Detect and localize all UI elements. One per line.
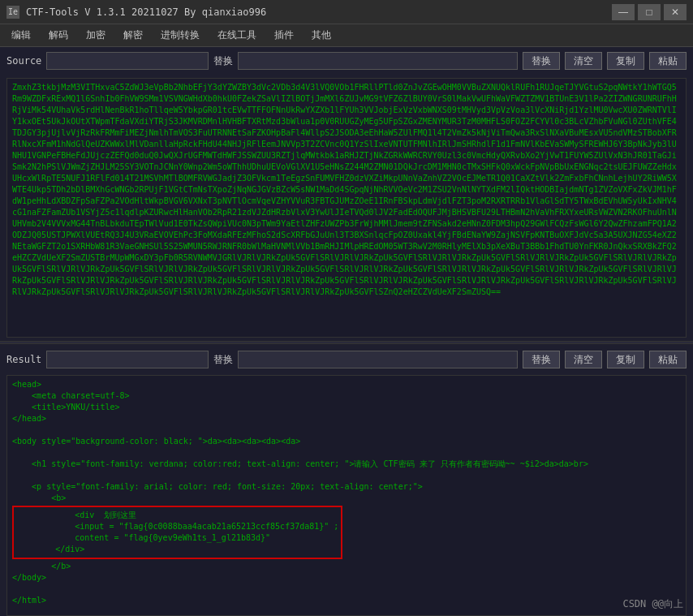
menu-item-解密[interactable]: 解密 (115, 25, 151, 45)
highlighted-block: <div 划到这里 <input = "flag{0c0088baa4acab2… (12, 506, 342, 559)
menu-item-其他[interactable]: 其他 (303, 25, 339, 45)
result-line: <input = "flag{0c0088baa4acab21a65213ccf… (16, 521, 338, 532)
menu-bar: 编辑解码加密解密进制转换在线工具插件其他 (0, 24, 693, 47)
app-icon: Ie (6, 6, 19, 19)
result-line: <div 划到这里 (16, 510, 338, 521)
result-line: <h1 style="font-family: verdana; color:r… (12, 459, 681, 470)
section-divider (0, 341, 693, 344)
source-input-row: Source 替换 替换 清空 复制 粘贴 (6, 52, 687, 70)
result-line (12, 424, 681, 436)
window-title: CTF-Tools V 1.3.1 20211027 By qianxiao99… (26, 6, 266, 18)
result-line: </html> (12, 595, 681, 606)
result-line: content = "flag{0yev9eWh1ts_1_gl21b83d}" (16, 532, 338, 544)
menu-item-进制转换[interactable]: 进制转换 (153, 25, 208, 45)
result-textarea[interactable]: <head> <meta charset=utf-8> <title>YNKU/… (6, 375, 687, 616)
maximize-button[interactable]: □ (638, 4, 661, 20)
title-bar: Ie CTF-Tools V 1.3.1 20211027 By qianxia… (0, 0, 693, 24)
result-label: Result (6, 354, 41, 365)
source-replace-btn[interactable]: 替换 (523, 52, 560, 70)
source-replace-input[interactable] (238, 52, 518, 70)
result-replace-btn[interactable]: 替换 (523, 351, 560, 368)
result-line: </div> (16, 544, 338, 555)
result-clear-btn[interactable]: 清空 (565, 351, 602, 368)
source-copy-btn[interactable]: 复制 (607, 52, 644, 70)
result-line: <p style="font-family: arial; color: red… (12, 481, 681, 493)
result-section: Result 替换 替换 清空 复制 粘贴 (0, 347, 693, 375)
source-label: Source (6, 55, 41, 67)
title-controls: — □ ✕ (612, 4, 687, 20)
result-replace-label: 替换 (213, 353, 233, 367)
result-line: <body style="background-color: black; ">… (12, 436, 681, 447)
menu-item-在线工具[interactable]: 在线工具 (209, 25, 265, 45)
result-paste-btn[interactable]: 粘贴 (649, 351, 687, 368)
watermark: CSDN @@向上 (622, 597, 683, 611)
menu-item-解码[interactable]: 解码 (41, 25, 76, 45)
result-line (12, 470, 681, 481)
result-copy-btn[interactable]: 复制 (607, 351, 644, 368)
result-line: <title>YNKU/title> (12, 402, 681, 413)
result-line: <head> (12, 379, 681, 390)
result-line: </head> (12, 413, 681, 424)
source-paste-btn[interactable]: 粘贴 (649, 52, 687, 70)
title-bar-left: Ie CTF-Tools V 1.3.1 20211027 By qianxia… (6, 6, 266, 19)
result-line (12, 447, 681, 459)
result-input[interactable] (46, 351, 209, 368)
main-content: Source 替换 替换 清空 复制 粘贴 ZmxhZ3tkbjMzM3VITH… (0, 47, 693, 616)
minimize-button[interactable]: — (612, 4, 635, 20)
source-textarea[interactable]: ZmxhZ3tkbjMzM3VITHxvaC5ZdWJ3eVpBb2NhbEFj… (6, 78, 687, 338)
result-line: </b> (12, 561, 681, 572)
result-line: <meta charset=utf-8> (12, 390, 681, 402)
source-replace-label: 替换 (213, 54, 233, 68)
close-button[interactable]: ✕ (664, 4, 687, 20)
menu-item-加密[interactable]: 加密 (78, 25, 114, 45)
menu-item-插件[interactable]: 插件 (266, 25, 302, 45)
result-line: </body> (12, 572, 681, 584)
source-section: Source 替换 替换 清空 复制 粘贴 (0, 47, 693, 78)
result-line (12, 584, 681, 595)
menu-item-编辑[interactable]: 编辑 (3, 25, 39, 45)
result-line: <b> (12, 493, 681, 504)
source-clear-btn[interactable]: 清空 (565, 52, 602, 70)
result-replace-input[interactable] (238, 351, 518, 368)
result-input-row: Result 替换 替换 清空 复制 粘贴 (6, 351, 687, 368)
source-input[interactable] (46, 52, 209, 70)
